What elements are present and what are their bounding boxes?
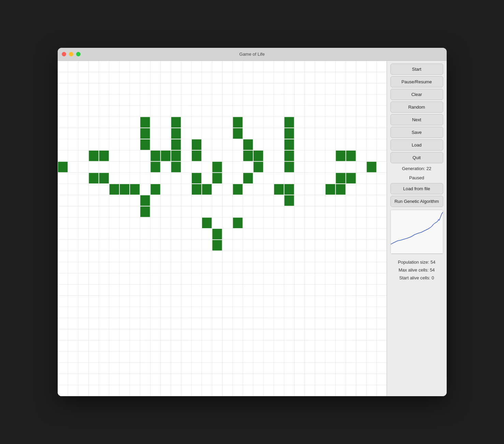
run-genetic-button[interactable]: Run Genetic Algorithm bbox=[390, 196, 443, 207]
traffic-lights bbox=[62, 52, 81, 56]
clear-button[interactable]: Clear bbox=[390, 89, 443, 100]
app-window: Game of Life Start Pause/Resume Clear Ra… bbox=[58, 48, 447, 396]
chart-canvas bbox=[391, 210, 443, 254]
save-button[interactable]: Save bbox=[390, 127, 443, 138]
population-chart bbox=[390, 210, 443, 254]
load-button[interactable]: Load bbox=[390, 139, 443, 151]
max-alive-label: Max alive cells: 54 bbox=[390, 266, 443, 274]
start-alive-label: Start alive cells: 0 bbox=[390, 274, 443, 282]
population-size-label: Population size: 54 bbox=[390, 258, 443, 266]
close-button[interactable] bbox=[62, 52, 66, 56]
game-grid[interactable] bbox=[58, 61, 387, 396]
window-title: Game of Life bbox=[239, 52, 264, 57]
minimize-button[interactable] bbox=[69, 52, 73, 56]
quit-button[interactable]: Quit bbox=[390, 152, 443, 163]
main-content: Start Pause/Resume Clear Random Next Sav… bbox=[58, 61, 447, 396]
generation-label: Generation: 22 bbox=[390, 165, 443, 172]
status-label: Paused bbox=[390, 174, 443, 182]
start-button[interactable]: Start bbox=[390, 64, 443, 75]
load-from-file-button[interactable]: Load from file bbox=[390, 183, 443, 194]
random-button[interactable]: Random bbox=[390, 101, 443, 113]
next-button[interactable]: Next bbox=[390, 114, 443, 125]
pause-resume-button[interactable]: Pause/Resume bbox=[390, 76, 443, 87]
titlebar: Game of Life bbox=[58, 48, 447, 61]
maximize-button[interactable] bbox=[76, 52, 81, 56]
sidebar: Start Pause/Resume Clear Random Next Sav… bbox=[387, 61, 447, 396]
stats-section: Population size: 54 Max alive cells: 54 … bbox=[390, 258, 443, 282]
grid-area[interactable] bbox=[58, 61, 387, 396]
